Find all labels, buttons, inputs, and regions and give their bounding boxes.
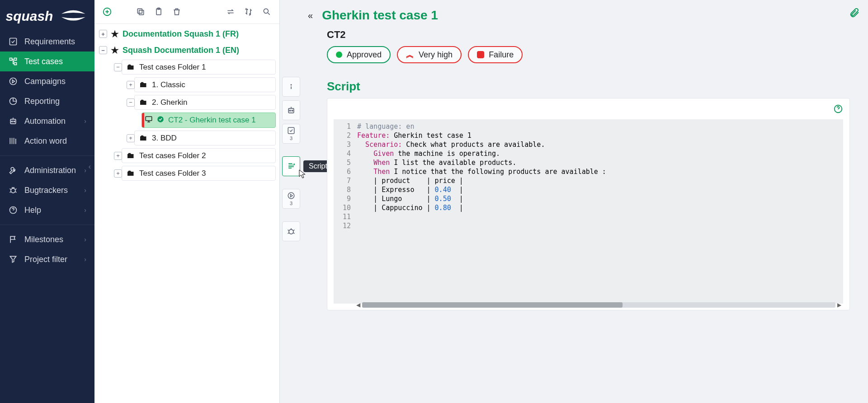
monitor-icon — [145, 115, 153, 125]
folder-icon: 🖿 — [127, 151, 136, 160]
nav-campaigns[interactable]: Campaigns — [0, 71, 94, 91]
tree-panel: AZ + ★ Documentation Squash 1 (FR) − ★ S… — [94, 0, 280, 403]
folder-row[interactable]: + 🖿 Test cases Folder 2 — [122, 148, 276, 163]
svg-point-19 — [264, 9, 268, 13]
script-editor[interactable]: 123456789101112 # language: enFeature: G… — [327, 98, 850, 310]
tab-executions[interactable]: 3 — [282, 189, 300, 209]
svg-point-10 — [11, 188, 15, 193]
folder-icon: 🖿 — [139, 80, 148, 89]
folder-icon: 🖿 — [139, 98, 148, 107]
help-icon[interactable] — [833, 104, 843, 116]
expand-toggle[interactable]: + — [127, 81, 135, 89]
folder-row[interactable]: + 🖿 1. Classic — [134, 77, 276, 92]
scroll-right-arrow[interactable]: ▶ — [835, 302, 843, 308]
chevron-right-icon: › — [84, 167, 86, 174]
svg-rect-14 — [137, 9, 142, 13]
nav-help[interactable]: Help › — [0, 200, 94, 220]
attachment-icon[interactable] — [849, 6, 860, 22]
details-tab-rail: 3 Script 3 — [280, 0, 302, 403]
search-button[interactable] — [259, 4, 275, 20]
svg-point-24 — [289, 110, 291, 112]
section-title: Script — [327, 80, 850, 94]
testcase-reference: CT2 — [327, 29, 850, 41]
svg-rect-26 — [288, 127, 294, 134]
nav-reporting[interactable]: Reporting — [0, 91, 94, 111]
svg-point-8 — [11, 121, 13, 122]
svg-point-5 — [10, 78, 17, 85]
importance-pill[interactable]: ︽ Very high — [397, 46, 462, 63]
copy-button[interactable] — [132, 4, 149, 20]
wrench-icon — [8, 165, 18, 175]
main-content: « Gherkin test case 1 CT2 Approved ︽ Ver… — [302, 0, 868, 403]
expand-toggle[interactable]: + — [114, 152, 122, 160]
horizontal-scrollbar[interactable]: ◀ ▶ — [354, 302, 843, 308]
svg-rect-2 — [10, 58, 12, 61]
svg-point-25 — [292, 110, 293, 112]
tab-automation[interactable] — [282, 100, 300, 120]
svg-point-21 — [157, 116, 164, 122]
tab-issues[interactable] — [282, 221, 300, 241]
svg-point-27 — [288, 192, 294, 199]
tab-script[interactable]: Script — [282, 156, 300, 176]
chevron-right-icon: › — [84, 236, 86, 243]
tree-toolbar: AZ — [94, 0, 279, 24]
main-sidebar: squash Requirements Test cases — [0, 0, 94, 403]
delete-button[interactable] — [169, 4, 185, 20]
chevron-right-icon: › — [84, 256, 86, 263]
swap-button[interactable] — [222, 4, 239, 20]
chevrons-up-icon: ︽ — [406, 49, 414, 60]
tab-steps[interactable]: 3 — [282, 124, 300, 144]
svg-rect-4 — [14, 63, 17, 65]
nav-administration[interactable]: Administration › — [0, 160, 94, 180]
svg-point-22 — [291, 84, 291, 85]
folder-row[interactable]: + 🖿 Test cases Folder 3 — [122, 166, 276, 181]
bug-icon — [8, 185, 18, 195]
paste-button[interactable] — [151, 4, 167, 20]
expand-toggle[interactable]: − — [114, 63, 122, 71]
svg-rect-20 — [146, 117, 152, 121]
status-pill[interactable]: Approved — [327, 46, 391, 63]
chevron-right-icon: › — [84, 187, 86, 194]
status-check-icon — [156, 115, 165, 125]
project-row[interactable]: + ★ Documentation Squash 1 (FR) — [97, 26, 276, 42]
nav-test-cases[interactable]: Test cases — [0, 52, 94, 71]
execution-pill[interactable]: Failure — [468, 46, 523, 63]
play-circle-icon — [8, 76, 18, 86]
nav-automation[interactable]: Automation › — [0, 111, 94, 131]
pie-chart-icon — [8, 96, 18, 106]
expand-toggle[interactable]: + — [114, 169, 122, 178]
add-button[interactable] — [99, 4, 115, 20]
chevron-right-icon: › — [84, 117, 86, 125]
expand-toggle[interactable]: + — [99, 30, 107, 38]
folder-row[interactable]: − 🖿 Test cases Folder 1 — [122, 60, 276, 75]
svg-rect-3 — [14, 58, 17, 61]
nav-action-word[interactable]: Action word — [0, 131, 94, 151]
sort-button[interactable]: AZ — [241, 4, 257, 20]
code-area[interactable]: # language: enFeature: Gherkin test case… — [354, 119, 843, 304]
expand-toggle[interactable]: − — [99, 46, 107, 54]
svg-text:Z: Z — [249, 13, 250, 16]
nav-bugtrackers[interactable]: Bugtrackers › — [0, 180, 94, 200]
nav-requirements[interactable]: Requirements — [0, 32, 94, 52]
expand-toggle[interactable]: − — [127, 98, 135, 107]
expand-toggle[interactable]: + — [127, 134, 135, 142]
collapse-button[interactable]: « — [308, 10, 313, 21]
svg-point-9 — [14, 121, 15, 122]
robot-icon — [8, 116, 18, 126]
folder-row[interactable]: − 🖿 2. Gherkin — [134, 95, 276, 110]
tab-info[interactable] — [282, 77, 300, 97]
star-icon: ★ — [111, 28, 119, 39]
nav-project-filter[interactable]: Project filter › — [0, 249, 94, 269]
tree-icon — [8, 56, 18, 66]
testcase-row-selected[interactable]: CT2 - Gherkin test case 1 — [142, 112, 276, 128]
check-square-icon — [8, 37, 18, 47]
filter-icon — [8, 254, 18, 264]
nav-milestones[interactable]: Milestones › — [0, 230, 94, 249]
folder-row[interactable]: + 🖿 3. BDD — [134, 131, 276, 145]
project-row[interactable]: − ★ Squash Documentation 1 (EN) — [97, 42, 276, 58]
help-circle-icon — [8, 205, 18, 215]
page-title: Gherkin test case 1 — [322, 8, 438, 23]
scroll-left-arrow[interactable]: ◀ — [354, 302, 362, 308]
svg-point-28 — [289, 230, 293, 234]
folder-icon: 🖿 — [127, 169, 136, 178]
